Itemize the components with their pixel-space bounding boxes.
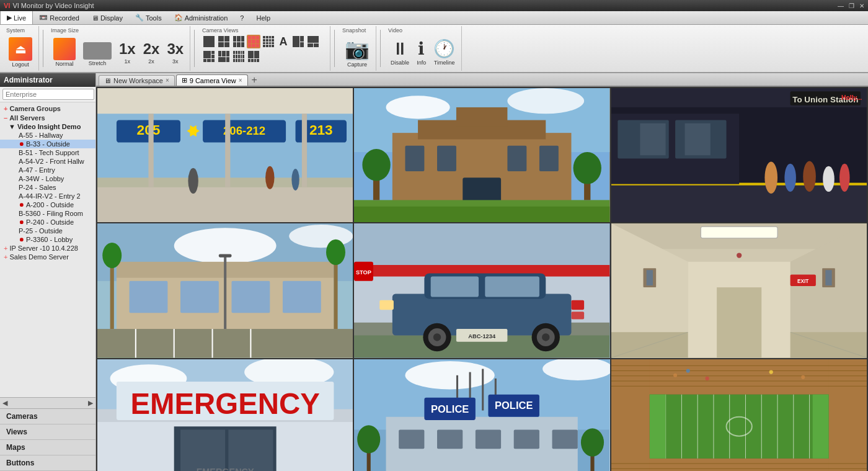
camera-A47[interactable]: A-47 - Entry bbox=[0, 166, 95, 174]
camera-cell-2[interactable] bbox=[354, 88, 609, 222]
normal-view-button[interactable]: Normal bbox=[51, 37, 78, 68]
buttons-nav-item[interactable]: Buttons bbox=[0, 455, 95, 471]
camera-A200[interactable]: ⏺ A-200 - Outside bbox=[0, 200, 95, 209]
menu-bar: ▶ Live 📼 Recorded 🖥 Display 🔧 Tools 🏠 Ad… bbox=[0, 11, 868, 25]
camera-B51[interactable]: B-51 - Tech Support bbox=[0, 148, 95, 157]
cam-P24-label: P-24 - Sales bbox=[19, 184, 56, 191]
camera-A34W[interactable]: A-34W - Lobby bbox=[0, 174, 95, 183]
layout6-button[interactable] bbox=[247, 50, 260, 63]
svg-rect-112 bbox=[717, 288, 761, 358]
info-button[interactable]: ℹ Info bbox=[414, 37, 428, 67]
9-camera-view-button[interactable] bbox=[247, 35, 260, 48]
close-new-workspace-button[interactable]: × bbox=[166, 77, 169, 84]
timeline-button[interactable]: 🕐 Timeline bbox=[431, 37, 458, 67]
snapshot-label: Snapshot bbox=[342, 27, 366, 34]
logout-button[interactable]: ⏏ Logout bbox=[6, 36, 35, 69]
normal-label: Normal bbox=[55, 61, 73, 67]
all-servers-item[interactable]: – All Servers bbox=[0, 114, 95, 122]
scroll-right-icon[interactable]: ▶ bbox=[88, 399, 93, 407]
disable-icon: ⏸ bbox=[391, 38, 409, 59]
layout5-button[interactable] bbox=[232, 50, 246, 63]
camera-P25[interactable]: P-25 - Outside bbox=[0, 227, 95, 235]
sales-demo-label: Sales Demo Server bbox=[9, 253, 68, 261]
tab-new-workspace[interactable]: 🖥 New Workspace × bbox=[99, 75, 175, 86]
camera-cell-8[interactable]: POLICE POLICE bbox=[354, 359, 609, 471]
normal-icon bbox=[53, 38, 76, 60]
close-button[interactable]: ✕ bbox=[859, 2, 864, 9]
stretch-view-button[interactable]: Stretch bbox=[81, 37, 114, 68]
camera-B5360[interactable]: B-5360 - Filing Room bbox=[0, 209, 95, 218]
camera-A54V2[interactable]: A-54-V2 - Front Hallw bbox=[0, 157, 95, 166]
minimize-button[interactable]: — bbox=[838, 2, 844, 9]
svg-rect-139 bbox=[399, 429, 424, 449]
camera-groups-expand-icon[interactable]: + bbox=[4, 105, 7, 112]
add-tab-button[interactable]: + bbox=[249, 74, 260, 86]
vid-expand-icon[interactable]: ▼ bbox=[9, 123, 16, 130]
6-camera-view-button[interactable] bbox=[232, 35, 246, 48]
svg-rect-163 bbox=[650, 395, 829, 459]
layout2-button[interactable] bbox=[306, 35, 320, 48]
text-view-button[interactable]: A bbox=[277, 35, 290, 48]
camera-cell-3[interactable]: To Union Station Holly... bbox=[611, 88, 867, 222]
camera-cell-9[interactable] bbox=[611, 359, 867, 471]
ip-server-expand-icon[interactable]: + bbox=[4, 244, 7, 252]
camera-P24[interactable]: P-24 - Sales bbox=[0, 183, 95, 192]
maps-nav-item[interactable]: Maps bbox=[0, 440, 95, 455]
16-camera-view-button[interactable] bbox=[262, 35, 275, 48]
camera-cell-6[interactable]: EXIT bbox=[611, 223, 867, 357]
2x-button[interactable]: 2x 2x bbox=[141, 39, 162, 66]
camera-B33[interactable]: ⏺ B-33 - Outside bbox=[0, 140, 95, 148]
menu-live[interactable]: ▶ Live bbox=[0, 11, 33, 24]
all-servers-expand-icon[interactable]: – bbox=[4, 114, 7, 122]
svg-rect-25 bbox=[405, 146, 425, 171]
svg-text:EXIT: EXIT bbox=[797, 279, 808, 284]
video-insight-demo-item[interactable]: ▼ Video Insight Demo bbox=[0, 122, 95, 131]
capture-icon: 📷 bbox=[345, 37, 370, 61]
menu-administration[interactable]: 🏠 Administration bbox=[168, 11, 234, 24]
svg-point-52 bbox=[839, 164, 849, 192]
svg-rect-61 bbox=[231, 281, 270, 313]
camera-A44IRV2[interactable]: A-44-IR-V2 - Entry 2 bbox=[0, 192, 95, 200]
scroll-left-icon[interactable]: ◀ bbox=[2, 399, 7, 407]
camera-P3360[interactable]: ⏺ P-3360 - Lobby bbox=[0, 235, 95, 244]
camera-cell-4[interactable] bbox=[97, 223, 353, 357]
menu-help[interactable]: Help bbox=[250, 11, 277, 24]
camera-cell-7[interactable]: EMERGENCY EMERGENCY bbox=[97, 359, 353, 471]
layout1-button[interactable] bbox=[291, 35, 305, 48]
1x-button[interactable]: 1x 1x bbox=[117, 39, 138, 66]
3x-button[interactable]: 3x 3x bbox=[164, 39, 186, 66]
capture-button[interactable]: 📷 Capture bbox=[342, 36, 372, 69]
svg-rect-140 bbox=[437, 429, 463, 449]
camera-groups-item[interactable]: + Camera Groups bbox=[0, 104, 95, 114]
1-camera-view-button[interactable] bbox=[202, 35, 216, 48]
maximize-button[interactable]: ❐ bbox=[849, 2, 854, 9]
window-controls[interactable]: — ❐ ✕ bbox=[838, 2, 864, 9]
views-nav-item[interactable]: Views bbox=[0, 424, 95, 440]
camera-cell-5[interactable]: STOP bbox=[354, 223, 609, 357]
svg-point-56 bbox=[289, 225, 353, 248]
close-9cam-view-button[interactable]: × bbox=[239, 77, 242, 84]
disable-button[interactable]: ⏸ Disable bbox=[388, 37, 412, 67]
3x-label: 3x bbox=[172, 58, 179, 65]
camera-cell-1[interactable]: 205 206-212 213 bbox=[97, 88, 353, 222]
svg-text:EMERGENCY: EMERGENCY bbox=[197, 466, 254, 471]
camera-P240[interactable]: ⏺ P-240 - Outside bbox=[0, 218, 95, 227]
toolbar-video: Video ⏸ Disable ℹ Info 🕐 Timeline bbox=[384, 26, 462, 71]
menu-tools[interactable]: 🔧 Tools bbox=[129, 11, 168, 24]
sales-demo-server-item[interactable]: + Sales Demo Server bbox=[0, 253, 95, 261]
camera-A55[interactable]: A-55 - Hallway bbox=[0, 131, 95, 140]
divider-1 bbox=[43, 30, 43, 67]
camera-groups-label: Camera Groups bbox=[9, 105, 61, 112]
tab-9-camera-view[interactable]: ⊞ 9 Camera View × bbox=[176, 74, 248, 86]
layout4-button[interactable] bbox=[217, 50, 231, 63]
search-input[interactable] bbox=[2, 89, 94, 100]
menu-display[interactable]: 🖥 Display bbox=[86, 11, 129, 24]
tools-icon: 🔧 bbox=[135, 14, 144, 22]
cameras-nav-item[interactable]: Cameras bbox=[0, 409, 95, 424]
4-camera-view-button[interactable] bbox=[217, 35, 231, 48]
ip-server-item[interactable]: + IP Server -10 10.4.228 bbox=[0, 244, 95, 253]
layout3-button[interactable] bbox=[202, 50, 216, 63]
menu-recorded[interactable]: 📼 Recorded bbox=[33, 11, 86, 24]
sales-demo-expand-icon[interactable]: + bbox=[4, 253, 7, 261]
menu-help-icon[interactable]: ? bbox=[234, 11, 250, 24]
